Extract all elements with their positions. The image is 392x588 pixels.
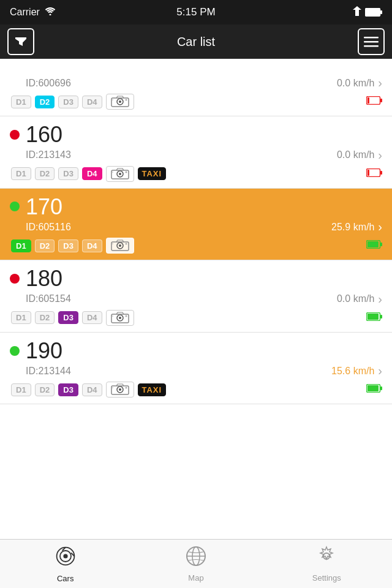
taxi-badge-1: TAXI — [138, 167, 167, 180]
svg-rect-3 — [364, 37, 379, 39]
svg-point-48 — [63, 554, 67, 558]
car-row2-3: ID:6051540.0 km/h› — [10, 292, 382, 306]
tag-D3-0[interactable]: D3 — [58, 96, 78, 108]
car-number-4: 190 — [26, 339, 62, 363]
svg-rect-4 — [364, 41, 379, 43]
status-dot-2 — [10, 202, 20, 211]
speed-2: 25.9 km/h — [331, 222, 374, 233]
tag-D2-3[interactable]: D2 — [35, 311, 55, 324]
chevron-1: › — [378, 148, 382, 162]
chevron-4: › — [378, 364, 382, 378]
tag-D1-2[interactable]: D1 — [11, 239, 31, 252]
car-number-1: 160 — [26, 123, 62, 147]
car-number-2: 170 — [26, 195, 62, 219]
speed-3: 0.0 km/h — [337, 293, 374, 304]
chevron-3: › — [378, 292, 382, 306]
tags-row-3: D1D2D3D4 — [10, 310, 382, 326]
status-bar-time: 5:15 PM — [176, 6, 215, 18]
tag-D1-1[interactable]: D1 — [11, 167, 31, 180]
wifi-icon — [45, 7, 56, 18]
speed-0: 0.0 km/h — [337, 78, 374, 89]
camera-badge-2 — [106, 238, 134, 254]
tag-D3-4[interactable]: D3 — [58, 383, 78, 396]
svg-rect-28 — [380, 243, 382, 246]
svg-point-26 — [112, 243, 113, 244]
tag-D3-2[interactable]: D3 — [58, 239, 78, 252]
tag-D1-4[interactable]: D1 — [11, 383, 31, 396]
car-item-3[interactable]: 180ID:6051540.0 km/h›D1D2D3D4 — [0, 260, 392, 333]
tab-cars-label: Cars — [57, 574, 74, 583]
car-row2-2: ID:60511625.9 km/h› — [10, 220, 382, 234]
car-id-4: ID:213144 — [10, 366, 71, 377]
car-item-0[interactable]: ID:6006960.0 km/h›D1D2D3D4 — [0, 59, 392, 116]
svg-rect-36 — [380, 315, 382, 318]
location-icon — [353, 6, 361, 18]
svg-rect-5 — [364, 45, 379, 47]
camera-badge-1 — [106, 166, 134, 182]
speed-1: 0.0 km/h — [337, 149, 374, 160]
battery-4 — [366, 384, 382, 395]
car-number-3: 180 — [26, 266, 62, 291]
tag-D3-1[interactable]: D3 — [58, 167, 78, 180]
tag-D4-1[interactable]: D4 — [82, 167, 102, 180]
tag-D4-2[interactable]: D4 — [82, 239, 102, 252]
tag-D4-3[interactable]: D4 — [82, 311, 102, 324]
battery-0 — [366, 96, 382, 107]
speed-chevron-2: 25.9 km/h› — [331, 220, 382, 234]
car-item-1[interactable]: 160ID:2131430.0 km/h›D1D2D3D4 TAXI — [0, 116, 392, 189]
status-dot-4 — [10, 346, 20, 356]
tab-settings-label: Settings — [312, 573, 341, 582]
tag-D4-0[interactable]: D4 — [82, 96, 102, 108]
car-row1-2: 170 — [10, 195, 382, 219]
tags-row-4: D1D2D3D4 TAXI — [10, 382, 382, 398]
svg-point-33 — [125, 315, 127, 317]
car-item-4[interactable]: 190ID:21314415.6 km/h›D1D2D3D4 TAXI — [0, 333, 392, 405]
speed-chevron-1: 0.0 km/h› — [337, 148, 382, 162]
speed-chevron-3: 0.0 km/h› — [337, 292, 382, 306]
car-row1-1: 160 — [10, 123, 382, 147]
car-item-2[interactable]: 170ID:60511625.9 km/h›D1D2D3D4 — [0, 189, 392, 261]
tag-D1-3[interactable]: D1 — [11, 311, 31, 324]
tag-D1-0[interactable]: D1 — [11, 96, 31, 108]
svg-rect-44 — [380, 386, 382, 390]
tag-D2-2[interactable]: D2 — [35, 239, 55, 252]
tab-settings[interactable]: Settings — [262, 540, 392, 588]
status-bar: Carrier 5:15 PM — [0, 0, 392, 24]
svg-rect-12 — [380, 99, 382, 102]
svg-point-7 — [119, 100, 121, 103]
tag-D2-1[interactable]: D2 — [35, 167, 55, 180]
svg-point-42 — [112, 388, 113, 389]
svg-point-10 — [112, 99, 113, 100]
battery-1 — [366, 168, 382, 179]
svg-rect-1 — [366, 9, 380, 17]
svg-point-9 — [125, 99, 127, 101]
menu-button[interactable] — [358, 28, 385, 55]
taxi-badge-4: TAXI — [138, 383, 167, 396]
car-id-2: ID:605116 — [10, 222, 71, 233]
tag-D3-3[interactable]: D3 — [58, 311, 78, 324]
filter-button[interactable] — [7, 28, 34, 55]
tag-D2-4[interactable]: D2 — [35, 383, 55, 396]
status-bar-right — [353, 6, 382, 18]
speed-chevron-0: 0.0 km/h› — [337, 76, 382, 90]
svg-point-18 — [112, 172, 113, 173]
tag-D2-0[interactable]: D2 — [35, 96, 55, 108]
tab-map[interactable]: Map — [130, 540, 261, 588]
chevron-0: › — [378, 76, 382, 90]
car-row1-3: 180 — [10, 266, 382, 291]
tag-D4-4[interactable]: D4 — [82, 383, 102, 396]
camera-badge-3 — [106, 310, 134, 326]
car-id-1: ID:213143 — [10, 149, 71, 160]
car-row2-4: ID:21314415.6 km/h› — [10, 364, 382, 378]
car-row2-1: ID:2131430.0 km/h› — [10, 148, 382, 162]
chevron-2: › — [378, 220, 382, 234]
tags-row-1: D1D2D3D4 TAXI — [10, 166, 382, 182]
car-row2-0: ID:6006960.0 km/h› — [10, 76, 382, 90]
tab-bar: Cars Map Settings — [0, 539, 392, 588]
car-id-0: ID:600696 — [10, 78, 71, 89]
svg-point-23 — [119, 244, 121, 247]
car-row1-4: 190 — [10, 339, 382, 363]
tab-cars[interactable]: Cars — [0, 540, 130, 588]
svg-rect-21 — [368, 170, 369, 176]
settings-icon — [316, 546, 337, 571]
